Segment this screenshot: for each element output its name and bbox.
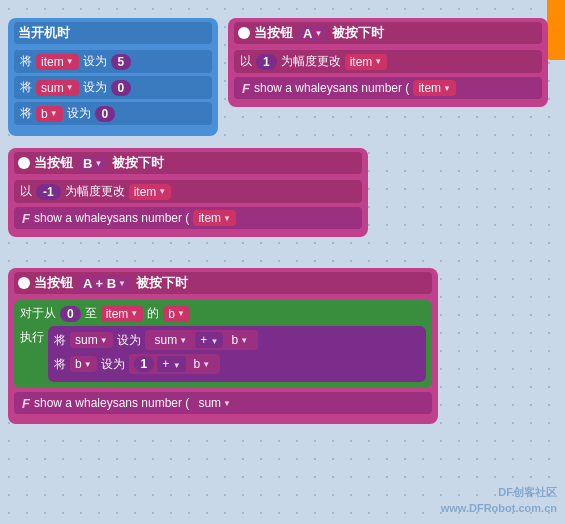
block2-frow-text: show a whaleysans number ( (254, 81, 409, 95)
block1-row3-set: 将 (20, 105, 32, 122)
block4-inner-row2: 将 b ▼ 设为 1 + ▼ b (54, 354, 420, 374)
block1-row2: 将 sum ▼ 设为 0 (14, 76, 212, 99)
block4-frow: F show a whaleysans number ( sum ▼ (14, 392, 432, 414)
block2-header-suffix: 被按下时 (332, 24, 384, 42)
block-button-b: 当按钮 B ▼ 被按下时 以 -1 为幅度更改 item ▼ F show a … (8, 148, 368, 237)
block1-row1-val: 5 (111, 54, 132, 70)
watermark: DF创客社区 www.DFRobot.com.cn (441, 485, 557, 516)
block2-row1: 以 1 为幅度更改 item ▼ (234, 50, 542, 73)
block4-header-prefix: 当按钮 (34, 274, 73, 292)
block3-btn[interactable]: B ▼ (77, 155, 108, 172)
block3-frow: F show a whaleysans number ( item ▼ (14, 207, 362, 229)
block2-num: 1 (256, 54, 277, 70)
block1-row3: 将 b ▼ 设为 0 (14, 102, 212, 125)
block4-header-suffix: 被按下时 (136, 274, 188, 292)
block4-btn[interactable]: A + B ▼ (77, 275, 132, 292)
block2-item-var[interactable]: item ▼ (345, 54, 388, 70)
block4-expr2-num: 1 (134, 356, 155, 372)
block2-header-prefix: 当按钮 (254, 24, 293, 42)
block4-op1[interactable]: + ▼ (195, 332, 223, 348)
orange-tab (547, 0, 565, 60)
block4-loop-prefix: 对于从 (20, 305, 56, 322)
block4-set2: 将 (54, 356, 66, 373)
block4-expr1-b[interactable]: b ▼ (226, 332, 253, 348)
block4-expr2: 1 + ▼ b ▼ (129, 354, 221, 374)
block4-loop-container: 对于从 0 至 item ▼ 的 b ▼ 执行 将 sum (14, 300, 432, 388)
block4-var-b[interactable]: b ▼ (70, 356, 97, 372)
block4-header: 当按钮 A + B ▼ 被按下时 (14, 272, 432, 294)
block1-row1-to: 设为 (83, 53, 107, 70)
block4-dot (18, 277, 30, 289)
block2-frow-var[interactable]: item ▼ (413, 80, 456, 96)
block4-frow-text: show a whaleysans number ( (34, 396, 189, 410)
block4-expr1: sum ▼ + ▼ b ▼ (145, 330, 258, 350)
block3-f-label: F (22, 211, 30, 226)
block1-row2-arrow: ▼ (66, 83, 74, 92)
block4-var-sum1[interactable]: sum ▼ (70, 332, 113, 348)
block3-frow-var[interactable]: item ▼ (193, 210, 236, 226)
block3-header-suffix: 被按下时 (112, 154, 164, 172)
block3-header: 当按钮 B ▼ 被按下时 (14, 152, 362, 174)
block2-dot (238, 27, 250, 39)
block4-exec-section: 执行 将 sum ▼ 设为 sum ▼ (20, 326, 426, 382)
block4-inner-row1: 将 sum ▼ 设为 sum ▼ + ▼ (54, 330, 420, 350)
block1-row2-var[interactable]: sum ▼ (36, 80, 79, 96)
block1-row2-val: 0 (111, 80, 132, 96)
block1-row1-set: 将 (20, 53, 32, 70)
block3-item-var[interactable]: item ▼ (129, 184, 172, 200)
block1-row2-set: 将 (20, 79, 32, 96)
block4-loop-start: 0 (60, 306, 81, 322)
block3-num: -1 (36, 184, 61, 200)
block4-inner: 将 sum ▼ 设为 sum ▼ + ▼ (48, 326, 426, 382)
block4-exec-label: 执行 (20, 326, 44, 346)
block1-title: 当开机时 (18, 24, 70, 42)
block2-mid: 为幅度更改 (281, 53, 341, 70)
block3-prefix: 以 (20, 183, 32, 200)
block4-expr2-b[interactable]: b ▼ (189, 356, 216, 372)
block1-row1-var[interactable]: item ▼ (36, 54, 79, 70)
block4-to1: 设为 (117, 332, 141, 349)
block1-row3-to: 设为 (67, 105, 91, 122)
block1-row3-val: 0 (95, 106, 116, 122)
watermark-line1: DF创客社区 (498, 486, 557, 498)
block4-op2[interactable]: + ▼ (157, 356, 185, 372)
block3-row1: 以 -1 为幅度更改 item ▼ (14, 180, 362, 203)
block4-set1: 将 (54, 332, 66, 349)
block4-loop-header: 对于从 0 至 item ▼ 的 b ▼ (20, 305, 426, 322)
block-on-start: 当开机时 将 item ▼ 设为 5 将 sum ▼ 设为 0 将 b ▼ 设为… (8, 18, 218, 136)
block3-mid: 为幅度更改 (65, 183, 125, 200)
block4-expr1-sum[interactable]: sum ▼ (150, 332, 193, 348)
block1-row2-to: 设为 (83, 79, 107, 96)
block3-dot (18, 157, 30, 169)
block3-frow-text: show a whaleysans number ( (34, 211, 189, 225)
block4-frow-var[interactable]: sum ▼ (193, 395, 236, 411)
block2-frow: F show a whaleysans number ( item ▼ (234, 77, 542, 99)
block4-loop-var[interactable]: item ▼ (101, 306, 144, 322)
block2-f-label: F (242, 81, 250, 96)
block1-row3-arrow: ▼ (50, 109, 58, 118)
watermark-line2: www.DFRobot.com.cn (441, 502, 557, 514)
block1-header: 当开机时 (14, 22, 212, 44)
block1-row3-var[interactable]: b ▼ (36, 106, 63, 122)
block1-row1: 将 item ▼ 设为 5 (14, 50, 212, 73)
block-button-a: 当按钮 A ▼ 被按下时 以 1 为幅度更改 item ▼ F show a w… (228, 18, 548, 107)
block1-row1-arrow: ▼ (66, 57, 74, 66)
block4-loop-mid: 至 (85, 305, 97, 322)
block3-header-prefix: 当按钮 (34, 154, 73, 172)
block4-f-label: F (22, 396, 30, 411)
block4-loop-of: 的 (147, 305, 159, 322)
block2-btn[interactable]: A ▼ (297, 25, 328, 42)
block4-loop-iter[interactable]: b ▼ (163, 306, 190, 322)
block4-to2: 设为 (101, 356, 125, 373)
block2-header: 当按钮 A ▼ 被按下时 (234, 22, 542, 44)
block-button-ab: 当按钮 A + B ▼ 被按下时 对于从 0 至 item ▼ 的 b ▼ 执行 (8, 268, 438, 424)
block2-prefix: 以 (240, 53, 252, 70)
